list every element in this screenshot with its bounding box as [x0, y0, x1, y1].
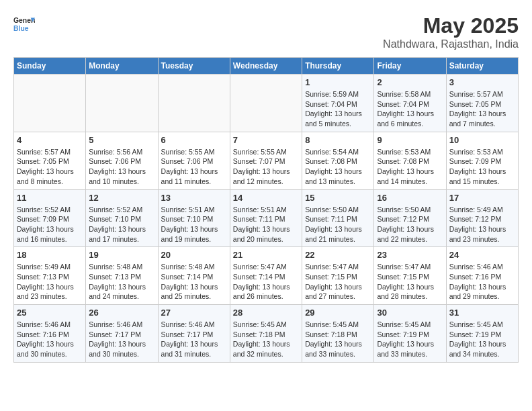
day-info: Sunrise: 5:49 AMSunset: 7:13 PMDaylight:… [17, 262, 83, 302]
day-info: Sunrise: 5:46 AMSunset: 7:17 PMDaylight:… [161, 320, 227, 359]
calendar-cell: 30Sunrise: 5:45 AMSunset: 7:19 PMDayligh… [374, 305, 446, 363]
day-info: Sunrise: 5:56 AMSunset: 7:06 PMDaylight:… [89, 147, 154, 187]
day-number: 23 [377, 250, 443, 260]
month-year: May 2025 [383, 13, 519, 38]
calendar-cell: 17Sunrise: 5:49 AMSunset: 7:12 PMDayligh… [446, 189, 518, 247]
day-number: 1 [305, 77, 371, 87]
day-info: Sunrise: 5:54 AMSunset: 7:08 PMDaylight:… [305, 147, 371, 187]
calendar-cell: 29Sunrise: 5:45 AMSunset: 7:18 PMDayligh… [302, 305, 374, 363]
location: Nathdwara, Rajasthan, India [383, 38, 519, 50]
day-info: Sunrise: 5:46 AMSunset: 7:17 PMDaylight:… [89, 320, 154, 359]
calendar-cell: 25Sunrise: 5:46 AMSunset: 7:16 PMDayligh… [14, 305, 86, 363]
day-info: Sunrise: 5:52 AMSunset: 7:10 PMDaylight:… [89, 205, 154, 244]
calendar-cell: 18Sunrise: 5:49 AMSunset: 7:13 PMDayligh… [14, 247, 86, 305]
day-number: 15 [305, 193, 371, 203]
day-number: 3 [449, 77, 515, 87]
day-number: 13 [161, 193, 227, 203]
day-info: Sunrise: 5:49 AMSunset: 7:12 PMDaylight:… [449, 205, 515, 244]
day-number: 9 [377, 135, 443, 145]
calendar-cell: 7Sunrise: 5:55 AMSunset: 7:07 PMDaylight… [230, 132, 302, 189]
day-number: 14 [233, 193, 299, 203]
day-number: 2 [377, 77, 443, 87]
day-info: Sunrise: 5:53 AMSunset: 7:08 PMDaylight:… [377, 147, 443, 187]
title-block: May 2025 Nathdwara, Rajasthan, India [383, 13, 519, 50]
calendar-cell [14, 75, 86, 132]
calendar-week-2: 4Sunrise: 5:57 AMSunset: 7:05 PMDaylight… [14, 132, 519, 189]
day-info: Sunrise: 5:48 AMSunset: 7:13 PMDaylight:… [89, 262, 154, 302]
calendar-cell: 13Sunrise: 5:51 AMSunset: 7:10 PMDayligh… [158, 189, 230, 247]
calendar-table: SundayMondayTuesdayWednesdayThursdayFrid… [13, 57, 519, 363]
day-info: Sunrise: 5:55 AMSunset: 7:07 PMDaylight:… [233, 147, 299, 187]
calendar-cell: 12Sunrise: 5:52 AMSunset: 7:10 PMDayligh… [86, 189, 158, 247]
calendar-cell: 4Sunrise: 5:57 AMSunset: 7:05 PMDaylight… [14, 132, 86, 189]
page-header: General Blue General Blue May 2025 Nathd… [13, 13, 519, 50]
day-info: Sunrise: 5:45 AMSunset: 7:19 PMDaylight:… [377, 320, 443, 359]
day-number: 29 [305, 308, 371, 318]
day-info: Sunrise: 5:46 AMSunset: 7:16 PMDaylight:… [449, 262, 515, 302]
day-number: 19 [89, 250, 154, 260]
day-info: Sunrise: 5:57 AMSunset: 7:05 PMDaylight:… [17, 147, 83, 187]
calendar-week-3: 11Sunrise: 5:52 AMSunset: 7:09 PMDayligh… [14, 189, 519, 247]
day-number: 10 [449, 135, 515, 145]
day-info: Sunrise: 5:47 AMSunset: 7:14 PMDaylight:… [233, 262, 299, 302]
day-info: Sunrise: 5:58 AMSunset: 7:04 PMDaylight:… [377, 89, 443, 129]
calendar-header-row: SundayMondayTuesdayWednesdayThursdayFrid… [14, 58, 519, 75]
day-number: 31 [449, 308, 515, 318]
day-number: 12 [89, 193, 154, 203]
day-info: Sunrise: 5:47 AMSunset: 7:15 PMDaylight:… [305, 262, 371, 302]
calendar-week-1: 1Sunrise: 5:59 AMSunset: 7:04 PMDaylight… [14, 75, 519, 132]
day-info: Sunrise: 5:45 AMSunset: 7:19 PMDaylight:… [449, 320, 515, 359]
day-number: 18 [17, 250, 83, 260]
day-info: Sunrise: 5:50 AMSunset: 7:12 PMDaylight:… [377, 205, 443, 244]
day-header-friday: Friday [374, 58, 446, 75]
day-number: 27 [161, 308, 227, 318]
calendar-week-5: 25Sunrise: 5:46 AMSunset: 7:16 PMDayligh… [14, 305, 519, 363]
day-header-sunday: Sunday [14, 58, 86, 75]
day-info: Sunrise: 5:51 AMSunset: 7:11 PMDaylight:… [233, 205, 299, 244]
day-info: Sunrise: 5:52 AMSunset: 7:09 PMDaylight:… [17, 205, 83, 244]
day-number: 22 [305, 250, 371, 260]
day-number: 16 [377, 193, 443, 203]
day-number: 6 [161, 135, 227, 145]
day-info: Sunrise: 5:45 AMSunset: 7:18 PMDaylight:… [233, 320, 299, 359]
day-header-thursday: Thursday [302, 58, 374, 75]
day-header-monday: Monday [86, 58, 158, 75]
day-info: Sunrise: 5:55 AMSunset: 7:06 PMDaylight:… [161, 147, 227, 187]
calendar-cell: 26Sunrise: 5:46 AMSunset: 7:17 PMDayligh… [86, 305, 158, 363]
calendar-cell: 2Sunrise: 5:58 AMSunset: 7:04 PMDaylight… [374, 75, 446, 132]
day-info: Sunrise: 5:53 AMSunset: 7:09 PMDaylight:… [449, 147, 515, 187]
calendar-cell: 8Sunrise: 5:54 AMSunset: 7:08 PMDaylight… [302, 132, 374, 189]
day-number: 7 [233, 135, 299, 145]
day-header-tuesday: Tuesday [158, 58, 230, 75]
day-number: 5 [89, 135, 154, 145]
calendar-cell: 23Sunrise: 5:47 AMSunset: 7:15 PMDayligh… [374, 247, 446, 305]
day-info: Sunrise: 5:45 AMSunset: 7:18 PMDaylight:… [305, 320, 371, 359]
calendar-cell: 27Sunrise: 5:46 AMSunset: 7:17 PMDayligh… [158, 305, 230, 363]
calendar-cell: 31Sunrise: 5:45 AMSunset: 7:19 PMDayligh… [446, 305, 518, 363]
day-info: Sunrise: 5:48 AMSunset: 7:14 PMDaylight:… [161, 262, 227, 302]
day-info: Sunrise: 5:59 AMSunset: 7:04 PMDaylight:… [305, 89, 371, 129]
day-header-saturday: Saturday [446, 58, 518, 75]
calendar-cell: 16Sunrise: 5:50 AMSunset: 7:12 PMDayligh… [374, 189, 446, 247]
logo: General Blue General Blue [13, 13, 35, 35]
day-info: Sunrise: 5:50 AMSunset: 7:11 PMDaylight:… [305, 205, 371, 244]
day-info: Sunrise: 5:46 AMSunset: 7:16 PMDaylight:… [17, 320, 83, 359]
day-info: Sunrise: 5:57 AMSunset: 7:05 PMDaylight:… [449, 89, 515, 129]
day-number: 21 [233, 250, 299, 260]
day-number: 25 [17, 308, 83, 318]
day-info: Sunrise: 5:51 AMSunset: 7:10 PMDaylight:… [161, 205, 227, 244]
calendar-cell: 21Sunrise: 5:47 AMSunset: 7:14 PMDayligh… [230, 247, 302, 305]
calendar-cell [230, 75, 302, 132]
calendar-cell: 3Sunrise: 5:57 AMSunset: 7:05 PMDaylight… [446, 75, 518, 132]
day-number: 30 [377, 308, 443, 318]
day-number: 4 [17, 135, 83, 145]
calendar-cell: 9Sunrise: 5:53 AMSunset: 7:08 PMDaylight… [374, 132, 446, 189]
calendar-cell: 10Sunrise: 5:53 AMSunset: 7:09 PMDayligh… [446, 132, 518, 189]
day-number: 17 [449, 193, 515, 203]
day-number: 8 [305, 135, 371, 145]
day-number: 20 [161, 250, 227, 260]
day-header-wednesday: Wednesday [230, 58, 302, 75]
calendar-cell: 19Sunrise: 5:48 AMSunset: 7:13 PMDayligh… [86, 247, 158, 305]
calendar-cell: 20Sunrise: 5:48 AMSunset: 7:14 PMDayligh… [158, 247, 230, 305]
calendar-week-4: 18Sunrise: 5:49 AMSunset: 7:13 PMDayligh… [14, 247, 519, 305]
